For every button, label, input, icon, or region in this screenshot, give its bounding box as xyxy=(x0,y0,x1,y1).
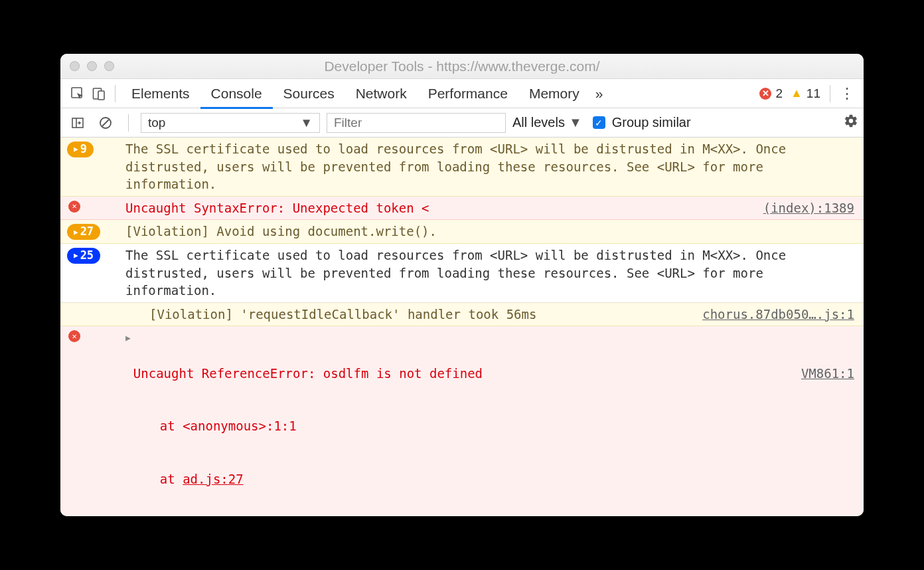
warning-count: 11 xyxy=(807,86,820,101)
tab-console[interactable]: Console xyxy=(200,79,273,108)
log-message: The SSL certificate used to load resourc… xyxy=(125,140,854,193)
device-toolbar-icon[interactable] xyxy=(88,83,110,104)
settings-gear-icon[interactable] xyxy=(844,114,858,132)
console-row[interactable]: [Violation] 'requestIdleCallback' handle… xyxy=(60,303,864,327)
separator xyxy=(128,114,129,132)
window-title: Developer Tools - https://www.theverge.c… xyxy=(60,58,864,74)
error-icon: ✕ xyxy=(68,330,80,342)
tab-sources[interactable]: Sources xyxy=(273,79,345,108)
warning-icon: ▲ xyxy=(791,86,803,100)
group-similar-label: Group similar xyxy=(612,115,691,130)
filter-input[interactable] xyxy=(327,113,506,133)
console-row[interactable]: ▶9 The SSL certificate used to load reso… xyxy=(60,138,864,197)
context-value: top xyxy=(148,116,165,130)
source-link[interactable]: (index):1389 xyxy=(763,199,854,217)
error-icon: ✕ xyxy=(68,201,80,213)
console-row[interactable]: ▶27 [Violation] Avoid using document.wri… xyxy=(60,220,864,244)
log-levels-select[interactable]: All levels ▼ xyxy=(512,115,582,130)
error-count: 2 xyxy=(775,86,783,101)
more-menu-icon[interactable]: ⋮ xyxy=(836,85,858,102)
separator xyxy=(115,85,116,102)
devtools-window: Developer Tools - https://www.theverge.c… xyxy=(60,54,864,516)
chevron-down-icon: ▼ xyxy=(300,116,313,130)
svg-rect-2 xyxy=(98,91,104,100)
tab-performance[interactable]: Performance xyxy=(418,79,518,108)
chevron-down-icon: ▼ xyxy=(569,115,582,130)
stack-link[interactable]: ad.js:27 xyxy=(183,472,244,486)
log-message: [Violation] 'requestIdleCallback' handle… xyxy=(125,306,689,324)
console-row[interactable]: ▶25 The SSL certificate used to load res… xyxy=(60,244,864,303)
inspect-element-icon[interactable] xyxy=(67,83,88,104)
clear-console-icon[interactable] xyxy=(95,112,116,134)
count-badge[interactable]: ▶9 xyxy=(67,142,94,157)
status-counts[interactable]: ✕ 2 ▲ 11 xyxy=(759,86,824,101)
levels-label: All levels xyxy=(512,115,565,130)
log-message: Uncaught ReferenceError: osdlfm is not d… xyxy=(133,329,854,516)
console-output[interactable]: ▶9 The SSL certificate used to load reso… xyxy=(60,138,864,516)
log-message: [Violation] Avoid using document.write()… xyxy=(125,223,854,240)
tabs-overflow[interactable]: » xyxy=(590,79,609,108)
source-link[interactable]: chorus.87db050….js:1 xyxy=(702,306,854,324)
log-message: The SSL certificate used to load resourc… xyxy=(125,246,854,300)
tab-memory[interactable]: Memory xyxy=(518,79,590,108)
tab-network[interactable]: Network xyxy=(345,79,418,108)
error-icon: ✕ xyxy=(759,88,771,100)
separator xyxy=(830,85,830,102)
source-link[interactable]: VM861:1 xyxy=(801,365,854,383)
count-badge[interactable]: ▶25 xyxy=(67,248,100,264)
count-badge[interactable]: ▶27 xyxy=(67,224,100,240)
group-similar-checkbox[interactable]: ✓ xyxy=(593,116,605,129)
show-sidebar-icon[interactable] xyxy=(67,112,88,134)
console-row[interactable]: ✕ ▶ Uncaught ReferenceError: osdlfm is n… xyxy=(60,326,864,516)
panel-tabs: Elements Console Sources Network Perform… xyxy=(60,79,864,108)
log-message: Uncaught SyntaxError: Unexpected token < xyxy=(125,199,750,217)
context-select[interactable]: top ▼ xyxy=(141,113,320,133)
console-toolbar: top ▼ All levels ▼ ✓ Group similar xyxy=(60,108,864,138)
titlebar[interactable]: Developer Tools - https://www.theverge.c… xyxy=(60,54,864,79)
console-row[interactable]: ✕ Uncaught SyntaxError: Unexpected token… xyxy=(60,197,864,221)
tab-elements[interactable]: Elements xyxy=(121,79,200,108)
expand-caret-icon[interactable]: ▶ xyxy=(125,332,131,344)
